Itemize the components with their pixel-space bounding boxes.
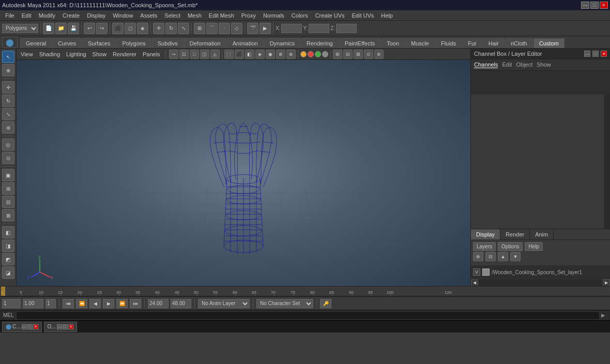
vp-icon-11[interactable]: ⊕ — [276, 50, 285, 59]
anim-layer-select[interactable]: No Anim Layer — [198, 299, 250, 308]
go-to-start-btn[interactable]: ⏮ — [63, 299, 74, 308]
cb-tab-object[interactable]: Object — [516, 61, 532, 68]
layer-tool-3[interactable]: ⊟ — [2, 196, 14, 208]
menu-colors[interactable]: Colors — [288, 11, 311, 20]
step-forward-btn[interactable]: ⏩ — [116, 299, 128, 308]
vp-menu-show[interactable]: Show — [90, 51, 109, 57]
maximize-button[interactable]: □ — [590, 2, 599, 9]
cb-close-btn[interactable]: ✕ — [601, 51, 607, 57]
vp-icon-3[interactable]: □ — [190, 50, 199, 59]
layer-visibility-toggle[interactable]: V — [473, 268, 480, 276]
taskbar-file-minimize[interactable]: — — [57, 324, 62, 329]
color-dot-1[interactable] — [300, 51, 307, 57]
layer-tool-8[interactable]: ◪ — [2, 266, 14, 279]
go-to-end-btn[interactable]: ⏭ — [130, 299, 141, 308]
key-btn[interactable]: 🔑 — [320, 299, 331, 308]
play-back-btn[interactable]: ◀ — [89, 299, 101, 308]
mode-select[interactable]: Polygons — [2, 24, 38, 33]
layer-btn-2[interactable]: ⊟ — [485, 252, 496, 261]
tab-general[interactable]: General — [20, 38, 52, 48]
rb-tab-anim[interactable]: Anim — [530, 229, 554, 240]
mel-input[interactable] — [16, 311, 600, 320]
vp-icon-8[interactable]: ◧ — [245, 50, 254, 59]
playback-speed-field[interactable]: 24.00 — [148, 299, 169, 308]
cb-tab-channels[interactable]: Channels — [474, 61, 498, 68]
undo-button[interactable]: ↩ — [84, 23, 95, 34]
current-time-field[interactable]: 1.00 — [23, 299, 43, 308]
vp-menu-lighting[interactable]: Lighting — [64, 51, 88, 57]
color-dot-4[interactable] — [322, 51, 328, 57]
color-dot-3[interactable] — [315, 51, 321, 57]
tab-surfaces[interactable]: Surfaces — [82, 38, 116, 48]
layer-color-swatch[interactable] — [482, 268, 490, 276]
taskbar-maya-minimize[interactable]: — — [22, 324, 27, 329]
layer-btn-1[interactable]: ⊕ — [473, 252, 483, 261]
menu-file[interactable]: File — [2, 11, 18, 20]
rb-layers-menu[interactable]: Layers — [473, 242, 496, 251]
select-tool-left[interactable]: ↖ — [2, 51, 14, 63]
current-frame-field[interactable]: 1 — [45, 299, 56, 308]
menu-proxy[interactable]: Proxy — [238, 11, 259, 20]
frame-range-start-field[interactable]: 1 — [2, 299, 21, 308]
step-back-btn[interactable]: ⏪ — [76, 299, 87, 308]
rb-options-menu[interactable]: Options — [498, 242, 523, 251]
lasso-tool-button[interactable]: ◻ — [125, 23, 136, 34]
end-frame-field[interactable]: 48.00 — [171, 299, 191, 308]
vp-icon-10[interactable]: ◉ — [266, 50, 275, 59]
layer-tool-5[interactable]: ◧ — [2, 226, 14, 239]
universal-tool[interactable]: ⊛ — [2, 121, 14, 134]
rotate-tool-left[interactable]: ↻ — [2, 94, 14, 107]
menu-normals[interactable]: Normals — [260, 11, 287, 20]
tab-polygons[interactable]: Polygons — [116, 38, 151, 48]
layer-tool-1[interactable]: ▣ — [2, 169, 14, 181]
redo-button[interactable]: ↪ — [96, 23, 108, 34]
open-file-button[interactable]: 📁 — [55, 23, 67, 34]
menu-edit[interactable]: Edit — [19, 11, 35, 20]
layer-tool-2[interactable]: ⊞ — [2, 182, 14, 195]
menu-mesh[interactable]: Mesh — [185, 11, 205, 20]
menu-edit-uvs[interactable]: Edit UVs — [349, 11, 377, 20]
taskbar-file-maximize[interactable]: □ — [63, 324, 68, 329]
ipr-button[interactable]: ▶ — [260, 23, 271, 34]
rb-help-menu[interactable]: Help — [525, 242, 543, 251]
tab-toon[interactable]: Toon — [381, 38, 405, 48]
vp-icon-16[interactable]: ⊙ — [364, 50, 373, 59]
status-scroll-btn[interactable]: ▶ — [600, 311, 607, 320]
close-button[interactable]: ✕ — [600, 2, 608, 9]
tab-dynamics[interactable]: Dynamics — [264, 38, 300, 48]
snap-grid-button[interactable]: ⊞ — [194, 23, 205, 34]
menu-assets[interactable]: Assets — [137, 11, 160, 20]
vp-menu-shading[interactable]: Shading — [37, 51, 62, 57]
menu-help[interactable]: Help — [378, 11, 396, 20]
color-dot-2[interactable] — [308, 51, 314, 57]
cb-tab-edit[interactable]: Edit — [502, 61, 512, 68]
vp-icon-1[interactable]: ⊸ — [169, 50, 178, 59]
move-tool-left[interactable]: ✛ — [2, 81, 14, 93]
snap-point-button[interactable]: · — [219, 23, 230, 34]
select-tool-button[interactable]: ⬛ — [112, 23, 124, 34]
scroll-left-btn[interactable]: ◀ — [471, 279, 478, 287]
layer-btn-4[interactable]: ▼ — [510, 252, 521, 261]
tab-ncloth[interactable]: nCloth — [505, 38, 533, 48]
tab-custom[interactable]: Custom — [533, 38, 565, 48]
render-button[interactable]: 🎬 — [247, 23, 258, 34]
vp-icon-6[interactable]: ⬚ — [224, 50, 234, 59]
tab-animation[interactable]: Animation — [227, 38, 264, 48]
vp-icon-12[interactable]: ⊗ — [286, 50, 296, 59]
cb-maximize-btn[interactable]: □ — [592, 51, 599, 57]
menu-create-uvs[interactable]: Create UVs — [312, 11, 348, 20]
scroll-right-btn[interactable]: ▶ — [603, 279, 610, 287]
show-manip-tool[interactable]: ⊙ — [2, 152, 14, 164]
rb-tab-display[interactable]: Display — [471, 229, 500, 240]
vp-icon-4[interactable]: ◫ — [200, 50, 209, 59]
vp-icon-9[interactable]: ◈ — [255, 50, 265, 59]
vp-icon-15[interactable]: ⊠ — [354, 50, 363, 59]
menu-select[interactable]: Select — [161, 11, 184, 20]
taskbar-maya-btn[interactable]: ⬤ C... — □ ✕ — [2, 322, 42, 332]
cb-minimize-btn[interactable]: — — [584, 51, 590, 57]
y-field[interactable] — [309, 24, 329, 33]
tab-rendering[interactable]: Rendering — [301, 38, 339, 48]
vp-icon-14[interactable]: ⊟ — [343, 50, 353, 59]
soft-select-tool[interactable]: ◎ — [2, 138, 14, 151]
menu-window[interactable]: Window — [110, 11, 136, 20]
